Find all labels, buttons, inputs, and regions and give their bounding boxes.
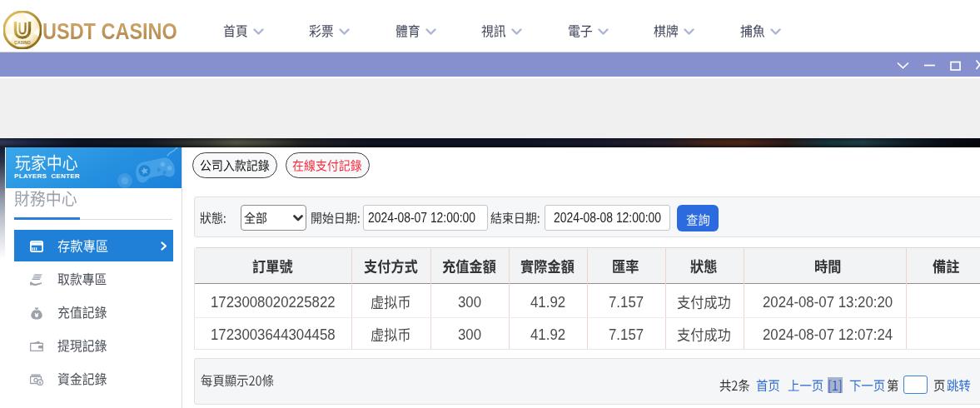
svg-text:CASINO: CASINO [14,40,31,45]
